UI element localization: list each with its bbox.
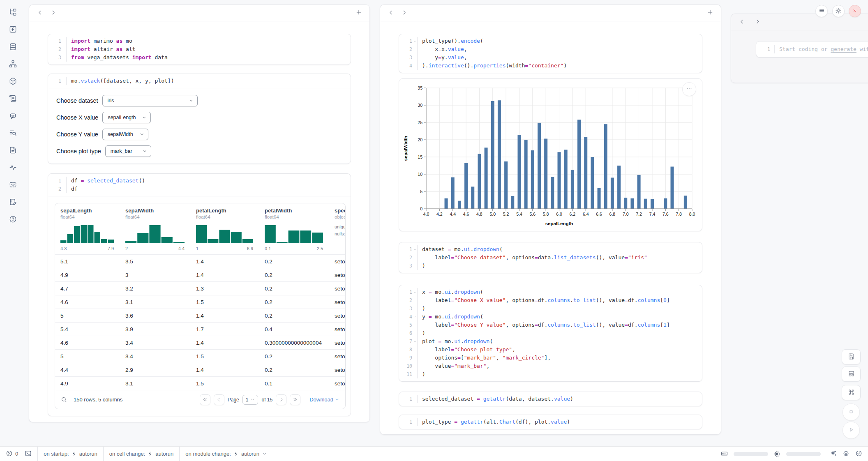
code-line[interactable]: 4y = mo.ui.dropdown( xyxy=(399,313,702,321)
next-page-button[interactable] xyxy=(276,394,286,405)
code-line[interactable]: 4).interactive().properties(width="conta… xyxy=(399,62,702,70)
autorun-config-on-cell-change[interactable]: on cell change:autorun xyxy=(109,451,174,457)
sidebar-logs-search-icon[interactable] xyxy=(7,128,18,139)
code-editor[interactable]: 1plot_type().encode(2 x=x.value,3 y=y.va… xyxy=(399,34,702,73)
code-line[interactable]: 2 label="Choose dataset", options=data.l… xyxy=(399,254,702,262)
terminal-button[interactable] xyxy=(25,450,32,458)
layout-toggle-button[interactable] xyxy=(842,366,861,382)
code-line[interactable]: 2df xyxy=(48,185,351,193)
table-column-header[interactable]: sepalWidthfloat6424.4 xyxy=(125,207,196,251)
dropdown-select-choose-dataset[interactable]: iris xyxy=(102,95,198,106)
table-row[interactable]: 4.63.11.50.2setosa xyxy=(55,295,345,309)
code-line[interactable]: 6) xyxy=(399,329,702,337)
code-editor[interactable]: 1selected_dataset = getattr(data, datase… xyxy=(399,392,702,406)
add-column-button[interactable] xyxy=(705,8,715,18)
error-count-badge[interactable]: 0 xyxy=(6,450,18,458)
connection-status-button[interactable] xyxy=(855,450,862,458)
sidebar-function-square-icon[interactable] xyxy=(7,25,18,35)
code-editor[interactable]: 1dataset = mo.ui.dropdown(2 label="Choos… xyxy=(399,242,702,273)
code-line[interactable]: 2 x=x.value, xyxy=(399,45,702,53)
table-column-header[interactable]: petalWidthfloat640.12.5 xyxy=(265,207,335,251)
column-prev-button[interactable] xyxy=(386,8,396,18)
generate-with-ai-link[interactable]: generate xyxy=(831,46,856,52)
stop-execution-button[interactable] xyxy=(843,403,860,421)
code-line[interactable]: 1mo.vstack([dataset, x, y, plot]) xyxy=(48,77,351,85)
ai-assistant-button[interactable] xyxy=(830,450,837,458)
code-line[interactable]: 2 label="Choose X value", options=df.col… xyxy=(399,296,702,304)
code-line[interactable]: 2import altair as alt xyxy=(48,45,351,53)
copilot-button[interactable] xyxy=(843,450,850,458)
sidebar-dependency-graph-icon[interactable] xyxy=(7,59,18,70)
sidebar-snippets-icon[interactable] xyxy=(7,180,18,191)
code-editor[interactable]: 1mo.vstack([dataset, x, y, plot]) xyxy=(48,74,351,88)
code-line[interactable]: 3) xyxy=(399,304,702,313)
last-page-button[interactable] xyxy=(290,394,300,405)
code-line[interactable]: 1df = selected_dataset() xyxy=(48,177,351,185)
code-editor[interactable]: 1plot_type = getattr(alt.Chart(df), plot… xyxy=(399,415,702,429)
code-line[interactable]: 3from vega_datasets import data xyxy=(48,53,351,62)
code-editor[interactable]: 1import marimo as mo2import altair as al… xyxy=(48,34,351,65)
table-row[interactable]: 4.63.41.40.30000000000000004setosa xyxy=(55,336,345,349)
search-icon[interactable] xyxy=(61,396,67,403)
table-row[interactable]: 53.41.50.2setosa xyxy=(55,349,345,363)
dropdown-select-choose-x-value[interactable]: sepalLength xyxy=(102,112,151,123)
code-line[interactable]: 1dataset = mo.ui.dropdown( xyxy=(399,245,702,254)
run-all-button[interactable] xyxy=(843,422,860,439)
table-row[interactable]: 4.93.11.50.1setosa xyxy=(55,376,345,390)
shutdown-button[interactable] xyxy=(849,5,861,17)
sidebar-package-icon[interactable] xyxy=(7,76,18,87)
code-line[interactable]: 5 label="Choose Y value", options=df.col… xyxy=(399,321,702,329)
column-prev-button[interactable] xyxy=(737,17,747,27)
add-column-button[interactable] xyxy=(354,8,364,18)
code-line[interactable]: 1plot_type().encode( xyxy=(399,37,702,45)
column-prev-button[interactable] xyxy=(35,8,45,18)
sidebar-scroll-script-icon[interactable] xyxy=(7,94,18,104)
empty-cell-editor[interactable]: 1 Start coding or generate with xyxy=(756,41,868,58)
code-line[interactable]: 1selected_dataset = getattr(data, datase… xyxy=(399,395,702,403)
code-line[interactable]: 1plot_type = getattr(alt.Chart(df), plot… xyxy=(399,418,702,426)
table-column-header[interactable]: sepalLengthfloat644.37.9 xyxy=(60,207,125,251)
sidebar-activity-pulse-icon[interactable] xyxy=(7,163,18,173)
autorun-config-on-startup[interactable]: on startup:autorun xyxy=(44,451,97,457)
column-next-button[interactable] xyxy=(399,8,409,18)
code-line[interactable]: 3) xyxy=(399,262,702,270)
dropdown-select-choose-y-value[interactable]: sepalWidth xyxy=(102,129,148,140)
code-line[interactable]: 11) xyxy=(399,370,702,378)
prev-page-button[interactable] xyxy=(214,394,224,405)
code-line[interactable]: 1x = mo.ui.dropdown( xyxy=(399,288,702,296)
table-row[interactable]: 4.931.40.2setosa xyxy=(55,268,345,281)
table-column-header[interactable]: petalLengthfloat6416.9 xyxy=(196,207,265,251)
table-column-header[interactable]: speciesobjectunique:nulls: xyxy=(335,207,346,251)
keyboard-shortcuts-button[interactable] xyxy=(842,385,861,400)
download-link[interactable]: Download xyxy=(309,396,339,403)
sidebar-file-tree-icon[interactable] xyxy=(7,7,18,18)
settings-button[interactable] xyxy=(832,5,845,17)
sidebar-chat-bot-icon[interactable] xyxy=(7,111,18,122)
table-row[interactable]: 5.13.51.40.2setosa xyxy=(55,254,345,268)
code-line[interactable]: 10 value="mark_bar", xyxy=(399,362,702,370)
code-line[interactable]: 9 options=["mark_bar", "mark_circle"], xyxy=(399,354,702,362)
save-notebook-button[interactable] xyxy=(842,349,861,364)
table-row[interactable]: 53.61.40.2setosa xyxy=(55,309,345,322)
sidebar-notebook-pen-icon[interactable] xyxy=(7,197,18,208)
sidebar-database-icon[interactable] xyxy=(7,42,18,53)
autorun-config-on-module-change[interactable]: on module change:autorun xyxy=(185,451,267,457)
table-row[interactable]: 4.73.21.30.2setosa xyxy=(55,281,345,295)
dropdown-select-choose-plot-type[interactable]: mark_bar xyxy=(105,145,151,157)
column-next-button[interactable] xyxy=(753,17,762,27)
column-next-button[interactable] xyxy=(48,8,58,18)
chart-actions-button[interactable] xyxy=(682,82,696,96)
altair-bar-chart[interactable]: 051015202530354.04.24.44.64.85.05.25.45.… xyxy=(399,81,702,228)
sidebar-help-bubble-icon[interactable] xyxy=(7,214,18,225)
code-editor[interactable]: 1x = mo.ui.dropdown(2 label="Choose X va… xyxy=(399,285,702,381)
table-row[interactable]: 4.42.91.40.2setosa xyxy=(55,363,345,376)
code-line[interactable]: 7plot = mo.ui.dropdown( xyxy=(399,337,702,346)
first-page-button[interactable] xyxy=(200,394,210,405)
code-line[interactable]: 3 y=y.value, xyxy=(399,53,702,62)
sidebar-documentation-icon[interactable] xyxy=(7,145,18,156)
code-line[interactable]: 8 label="Choose plot type", xyxy=(399,346,702,354)
code-line[interactable]: 1import marimo as mo xyxy=(48,37,351,45)
table-row[interactable]: 5.43.91.70.4setosa xyxy=(55,322,345,336)
page-select[interactable]: 1 xyxy=(242,395,259,405)
code-editor[interactable]: 1df = selected_dataset()2df xyxy=(48,174,351,196)
